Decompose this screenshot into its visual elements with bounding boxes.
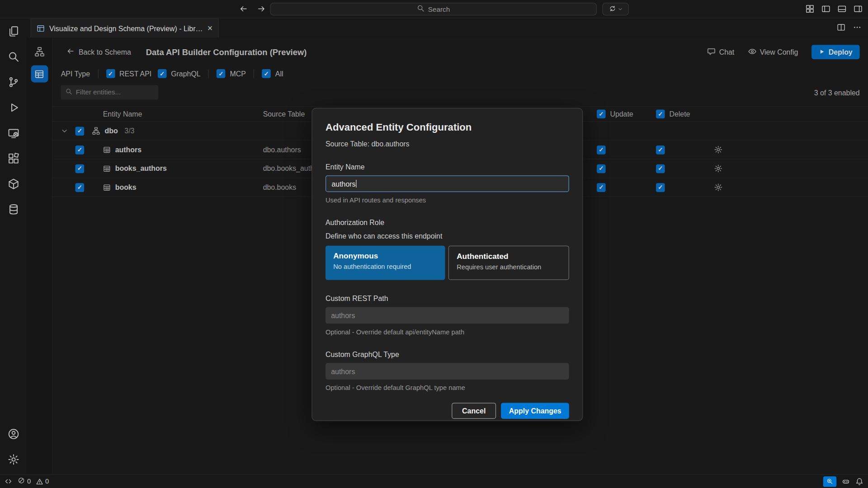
custom-graphql-type-input[interactable] (326, 363, 569, 380)
status-bar: 0 0 (0, 474, 868, 488)
extensions-icon[interactable] (0, 145, 27, 171)
status-bar-left: 0 0 (5, 477, 49, 486)
text-caret (356, 180, 357, 188)
title-bar: Search (0, 0, 868, 18)
back-arrow-icon[interactable] (239, 5, 248, 15)
run-debug-icon[interactable] (0, 94, 27, 120)
forward-arrow-icon[interactable] (257, 5, 266, 15)
schema-designer-webview: Back to Schema Data API Builder Configur… (27, 38, 868, 474)
customize-layout-icon[interactable] (806, 5, 815, 15)
tab-close-icon[interactable]: × (208, 24, 212, 33)
modal-source-table: Source Table: dbo.authors (326, 140, 569, 148)
role-anonymous[interactable]: Anonymous No authentication required (326, 246, 445, 280)
bell-icon[interactable] (855, 477, 863, 485)
source-control-icon[interactable] (0, 69, 27, 94)
advanced-entity-configuration-modal: Advanced Entity Configuration Source Tab… (311, 108, 583, 421)
search-placeholder: Search (428, 5, 450, 13)
nav-history (239, 5, 266, 15)
problems-indicator[interactable]: 0 0 (18, 477, 49, 486)
tab-visualize-schema[interactable]: Visualize and Design Schema (Preview) - … (30, 18, 218, 38)
warning-icon (36, 478, 43, 485)
role-authenticated-subtitle: Requires user authentication (457, 263, 561, 271)
authorization-role-help: Define who can access this endpoint (326, 232, 569, 240)
activity-bar (0, 18, 27, 474)
database-icon[interactable] (0, 197, 27, 222)
account-icon[interactable] (0, 421, 27, 446)
layout-controls (806, 5, 863, 15)
modal-title: Advanced Entity Configuration (326, 122, 569, 133)
more-actions-icon[interactable] (853, 23, 861, 33)
entity-name-input[interactable]: authors (326, 175, 569, 192)
toggle-panel-icon[interactable] (838, 5, 847, 15)
split-editor-icon[interactable] (837, 23, 845, 33)
schema-designer-tab-icon (37, 24, 45, 32)
command-center-search[interactable]: Search (270, 3, 597, 15)
modal-buttons: Cancel Apply Changes (326, 403, 569, 419)
copilot-icon[interactable] (841, 477, 850, 486)
search-sidebar-icon[interactable] (0, 44, 27, 69)
cancel-button[interactable]: Cancel (452, 403, 496, 419)
authorization-role-label: Authorization Role (326, 219, 569, 227)
error-icon (18, 477, 25, 486)
explorer-icon[interactable] (0, 18, 27, 43)
custom-graphql-type-label: Custom GraphQL Type (326, 350, 569, 358)
error-count: 0 (27, 478, 31, 485)
status-bar-right (823, 476, 863, 487)
tab-bar-actions (837, 18, 868, 38)
entity-name-label: Entity Name (326, 163, 569, 171)
activity-bar-bottom (0, 421, 27, 474)
remote-explorer-icon[interactable] (0, 120, 27, 145)
sync-loop-icon (609, 5, 616, 14)
remote-indicator-icon[interactable] (5, 478, 12, 485)
role-authenticated-title: Authenticated (457, 252, 561, 261)
custom-rest-path-label: Custom REST Path (326, 294, 569, 302)
warning-count: 0 (45, 478, 49, 485)
toggle-sidebar-left-icon[interactable] (821, 5, 830, 15)
database-projects-icon[interactable] (0, 171, 27, 196)
entity-name-value: authors (331, 179, 355, 188)
tab-title: Visualize and Design Schema (Preview) - … (49, 24, 203, 32)
role-anonymous-subtitle: No authentication required (333, 263, 437, 271)
entity-name-help: Used in API routes and responses (326, 197, 569, 204)
zoom-status-icon[interactable] (823, 476, 836, 487)
settings-gear-icon[interactable] (0, 446, 27, 472)
apply-changes-button[interactable]: Apply Changes (501, 403, 569, 419)
chevron-down-icon (618, 5, 623, 13)
toggle-sidebar-right-icon[interactable] (854, 5, 863, 15)
custom-rest-path-input[interactable] (326, 307, 569, 324)
vscode-window: Search (0, 0, 868, 488)
search-icon (417, 5, 425, 14)
role-anonymous-title: Anonymous (333, 251, 437, 260)
custom-rest-path-help: Optional - Override default api/entityNa… (326, 328, 569, 336)
editor-area: Visualize and Design Schema (Preview) - … (27, 18, 868, 474)
role-authenticated[interactable]: Authenticated Requires user authenticati… (448, 246, 569, 280)
custom-graphql-type-help: Optional - Override default GraphQL type… (326, 384, 569, 392)
session-dropdown[interactable] (602, 3, 629, 15)
role-options: Anonymous No authentication required Aut… (326, 246, 569, 280)
tab-bar: Visualize and Design Schema (Preview) - … (27, 18, 868, 38)
